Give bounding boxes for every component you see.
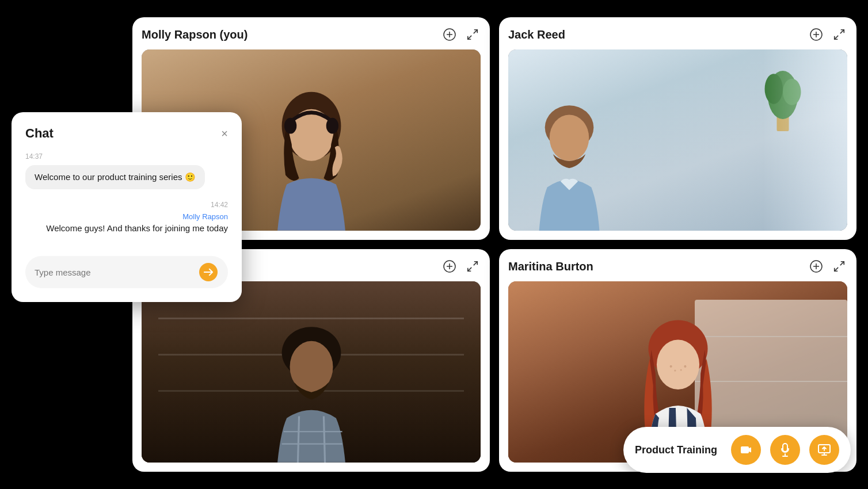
svg-point-19 bbox=[550, 114, 589, 161]
svg-point-8 bbox=[326, 118, 338, 134]
svg-point-38 bbox=[669, 365, 672, 368]
expand-icon-jack[interactable] bbox=[831, 26, 847, 43]
screen-share-button[interactable] bbox=[809, 435, 839, 465]
chat-timestamp-1: 14:37 bbox=[25, 152, 228, 161]
chat-input[interactable] bbox=[35, 268, 198, 277]
video-card-jack: Jack Reed bbox=[499, 17, 856, 240]
send-button[interactable] bbox=[198, 262, 219, 282]
camera-icon bbox=[739, 443, 753, 457]
card-controls-maritina bbox=[808, 258, 847, 274]
svg-line-4 bbox=[468, 36, 471, 39]
chat-sender-molly: Molly Rapson bbox=[25, 212, 228, 221]
screen-share-icon bbox=[817, 443, 831, 457]
expand-icon-maritina[interactable] bbox=[831, 258, 847, 274]
send-icon bbox=[199, 263, 218, 281]
svg-line-34 bbox=[840, 262, 844, 265]
expand-icon-man2[interactable] bbox=[465, 258, 481, 274]
microphone-icon bbox=[778, 443, 792, 457]
video-thumb-man2 bbox=[142, 281, 481, 463]
chat-header: Chat × bbox=[25, 126, 228, 141]
svg-line-23 bbox=[474, 262, 477, 265]
microphone-button[interactable] bbox=[770, 435, 800, 465]
add-icon-man2[interactable] bbox=[441, 258, 458, 274]
participant-name-maritina: Maritina Burton bbox=[508, 260, 593, 273]
svg-line-13 bbox=[835, 36, 838, 39]
svg-point-37 bbox=[656, 340, 699, 390]
jack-figure bbox=[508, 86, 679, 231]
card-controls-man2 bbox=[441, 258, 481, 274]
camera-button[interactable] bbox=[731, 435, 761, 465]
add-icon-maritina[interactable] bbox=[808, 258, 824, 274]
svg-line-3 bbox=[474, 30, 477, 33]
add-icon-molly[interactable] bbox=[441, 26, 458, 43]
svg-line-35 bbox=[835, 268, 838, 271]
chat-title: Chat bbox=[25, 126, 54, 141]
chat-input-area bbox=[25, 256, 228, 288]
participant-name-jack: Jack Reed bbox=[508, 28, 565, 41]
add-icon-jack[interactable] bbox=[808, 26, 824, 43]
svg-line-28 bbox=[323, 417, 325, 463]
participant-name-molly: Molly Rapson (you) bbox=[142, 28, 248, 41]
toolbar: Product Training bbox=[623, 427, 851, 473]
card-controls-jack bbox=[808, 26, 847, 43]
svg-point-39 bbox=[684, 365, 686, 368]
chat-panel: Chat × 14:37 Welcome to our product trai… bbox=[12, 112, 242, 302]
video-thumb-jack bbox=[508, 49, 847, 231]
card-header-molly: Molly Rapson (you) bbox=[142, 26, 481, 43]
card-controls-molly bbox=[441, 26, 481, 43]
svg-line-27 bbox=[298, 417, 299, 463]
chat-bubble-2: Welcome guys! And thanks for joining me … bbox=[25, 223, 228, 233]
svg-line-24 bbox=[468, 268, 471, 271]
chat-bubble-1: Welcome to our product training series 🙂 bbox=[25, 165, 205, 189]
expand-icon-molly[interactable] bbox=[465, 26, 481, 43]
card-header-jack: Jack Reed bbox=[508, 26, 847, 43]
chat-timestamp-2: 14:42 bbox=[25, 201, 228, 209]
svg-point-7 bbox=[284, 118, 296, 134]
svg-line-12 bbox=[840, 30, 844, 33]
meeting-title: Product Training bbox=[635, 444, 717, 456]
chat-messages: 14:37 Welcome to our product training se… bbox=[25, 152, 228, 244]
close-icon[interactable]: × bbox=[221, 128, 228, 139]
svg-point-40 bbox=[674, 370, 676, 372]
svg-point-41 bbox=[680, 369, 682, 371]
man2-figure bbox=[184, 308, 439, 463]
card-header-maritina: Maritina Burton bbox=[508, 258, 847, 274]
